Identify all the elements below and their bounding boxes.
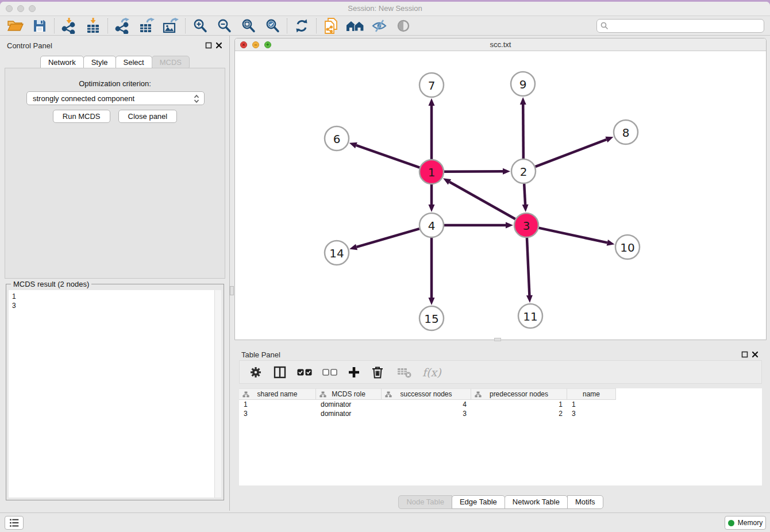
edge-arrowhead: [605, 137, 613, 142]
task-history-button[interactable]: [5, 516, 24, 530]
edge-1-2[interactable]: [444, 171, 503, 172]
show-columns-button[interactable]: [273, 365, 287, 379]
node-label-6: 6: [333, 132, 341, 146]
network-view-window: × − + scc.txt 7968124314101511: [234, 38, 767, 340]
table-toolbar: f(x): [239, 360, 762, 384]
edge-2-8[interactable]: [536, 140, 607, 167]
export-table-button[interactable]: [134, 17, 159, 35]
node-label-15: 15: [424, 312, 438, 326]
refresh-button[interactable]: [290, 17, 314, 35]
export-image-button[interactable]: [159, 17, 183, 35]
column-header-successor-nodes[interactable]: successor nodes: [382, 388, 471, 400]
close-panel-button[interactable]: Close panel: [118, 110, 178, 123]
table-row[interactable]: 3dominator323: [239, 409, 762, 418]
column-header-predecessor-nodes[interactable]: predecessor nodes: [471, 388, 567, 400]
tab-motifs[interactable]: Motifs: [567, 495, 603, 509]
open-network-file-button[interactable]: [319, 17, 343, 35]
node-label-7: 7: [428, 79, 436, 92]
toolbar-separator: [316, 18, 317, 33]
import-table-button[interactable]: [81, 17, 105, 35]
close-panel-icon[interactable]: [215, 42, 222, 49]
search-box[interactable]: [596, 19, 764, 33]
column-header-shared-name[interactable]: shared name: [239, 388, 316, 400]
table-row[interactable]: 1dominator411: [239, 400, 762, 409]
edge-4-14[interactable]: [357, 229, 419, 247]
create-column-button[interactable]: [348, 366, 360, 379]
edge-3-1[interactable]: [449, 182, 515, 219]
table-cell[interactable]: dominator: [316, 409, 382, 418]
table-settings-button[interactable]: [249, 365, 263, 379]
network-window-titlebar[interactable]: × − + scc.txt: [235, 38, 766, 51]
table-cell[interactable]: 1: [567, 400, 616, 409]
mcds-result-item[interactable]: 1: [12, 292, 211, 301]
title-bar: Session: New Session: [0, 2, 770, 16]
edge-3-11[interactable]: [527, 238, 529, 295]
hide-selected-button[interactable]: [367, 17, 391, 35]
memory-button[interactable]: Memory: [725, 516, 766, 530]
delete-table-icon: [397, 366, 412, 379]
first-neighbors-button[interactable]: [343, 17, 367, 35]
vertical-splitter-grip[interactable]: [230, 286, 234, 295]
float-panel-icon[interactable]: [205, 42, 212, 49]
toolbar-separator: [107, 18, 108, 33]
select-all-button[interactable]: [297, 368, 312, 376]
save-disk-icon: [32, 18, 47, 33]
main-toolbar: [0, 16, 770, 36]
tab-node-table[interactable]: Node Table: [398, 495, 452, 509]
table-panel-title: Table Panel: [241, 350, 280, 359]
import-network-button[interactable]: [57, 17, 81, 35]
gear-icon: [249, 365, 263, 379]
zoom-selected-button[interactable]: [260, 17, 284, 35]
tab-edge-table[interactable]: Edge Table: [452, 495, 505, 509]
edge-1-6[interactable]: [356, 145, 419, 168]
zoom-out-button[interactable]: [212, 17, 236, 35]
edge-2-9[interactable]: [523, 105, 523, 159]
memory-label: Memory: [738, 519, 763, 527]
run-mcds-button[interactable]: Run MCDS: [53, 110, 110, 123]
table-cell[interactable]: 3: [567, 409, 616, 418]
checked-boxes-icon: [297, 368, 312, 376]
show-all-button[interactable]: [391, 17, 415, 35]
table-cell[interactable]: 1: [471, 400, 567, 409]
edge-arrowhead: [349, 142, 357, 148]
horizontal-splitter-grip[interactable]: [494, 338, 501, 341]
result-scrollbar[interactable]: [214, 290, 221, 498]
table-cell[interactable]: 1: [239, 400, 316, 409]
search-input[interactable]: [611, 22, 760, 30]
search-icon: [600, 22, 609, 30]
save-session-button[interactable]: [28, 17, 52, 35]
list-icon: [9, 517, 20, 529]
fit-content-button[interactable]: [236, 17, 260, 35]
deselect-all-button[interactable]: [322, 368, 337, 376]
function-builder-button[interactable]: f(x): [422, 366, 441, 379]
edge-2-3[interactable]: [524, 184, 525, 205]
edge-arrowhead: [429, 298, 435, 305]
table-cell[interactable]: 3: [239, 409, 316, 418]
zoom-in-button[interactable]: [188, 17, 212, 35]
delete-columns-button[interactable]: [371, 365, 384, 379]
application-window: Session: New Session: [0, 2, 770, 532]
table-cell[interactable]: 2: [471, 409, 567, 418]
table-cell[interactable]: 4: [382, 400, 471, 409]
float-table-panel-icon[interactable]: [741, 351, 748, 358]
export-network-button[interactable]: [110, 17, 134, 35]
mcds-result-list[interactable]: 13: [9, 290, 214, 498]
edge-3-10[interactable]: [539, 228, 607, 243]
open-session-button[interactable]: [3, 17, 28, 35]
tab-network-table[interactable]: Network Table: [505, 495, 568, 509]
column-header-mcds-role[interactable]: MCDS role: [316, 388, 382, 400]
mcds-result-item[interactable]: 3: [12, 301, 211, 310]
edge-arrowhead: [526, 295, 533, 303]
delete-table-button[interactable]: [397, 366, 412, 379]
table-cell[interactable]: 3: [382, 409, 471, 418]
node-label-9: 9: [519, 78, 527, 91]
network-canvas[interactable]: 7968124314101511: [235, 52, 766, 340]
control-panel: Control Panel NetworkStyleSelectMCDS Opt…: [0, 36, 230, 511]
table-cell[interactable]: dominator: [316, 400, 382, 409]
close-table-panel-icon[interactable]: [752, 351, 759, 358]
node-label-2: 2: [520, 165, 528, 179]
column-header-name[interactable]: name: [567, 388, 616, 400]
import-table-icon: [86, 18, 101, 34]
columns-icon: [273, 365, 287, 379]
optimization-criterion-dropdown[interactable]: strongly connected component: [26, 91, 205, 105]
